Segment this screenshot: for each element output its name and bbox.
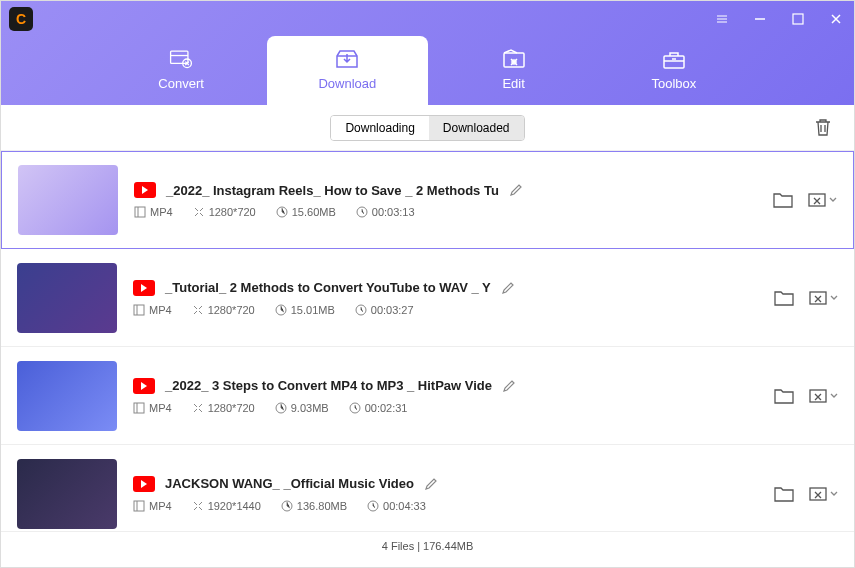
delete-button[interactable] (814, 117, 832, 137)
nav-label: Toolbox (651, 76, 696, 91)
nav-edit[interactable]: Edit (434, 36, 594, 105)
row-actions (774, 485, 838, 503)
edit-icon (501, 48, 527, 70)
video-title: _Tutorial_ 2 Methods to Convert YouTube … (165, 280, 491, 295)
size-spec: 15.60MB (276, 206, 336, 218)
svg-rect-13 (810, 292, 826, 304)
minimize-button[interactable] (750, 9, 770, 29)
video-row[interactable]: JACKSON WANG_ _Official Music Video MP4 … (1, 445, 854, 531)
close-button[interactable] (826, 9, 846, 29)
svg-rect-21 (810, 488, 826, 500)
convert-icon (168, 48, 194, 70)
edit-video-button[interactable] (808, 485, 838, 503)
open-folder-button[interactable] (774, 290, 794, 306)
video-thumbnail (17, 361, 117, 431)
video-title: _2022_ 3 Steps to Convert MP4 to MP3 _ H… (165, 378, 492, 393)
format-spec: MP4 (133, 500, 172, 512)
rename-button[interactable] (424, 477, 438, 491)
nav-download[interactable]: Download (267, 36, 427, 105)
youtube-icon (133, 378, 155, 394)
tab-downloading[interactable]: Downloading (331, 116, 428, 140)
svg-rect-9 (809, 194, 825, 206)
format-spec: MP4 (134, 206, 173, 218)
video-meta: _2022_ Instagram Reels_ How to Save _ 2 … (134, 182, 757, 218)
header: C ConvertDownloadEditToolbox (1, 1, 854, 105)
svg-rect-10 (134, 305, 144, 315)
download-icon (334, 48, 360, 70)
status-bar: 4 Files | 176.44MB (1, 531, 854, 559)
nav-label: Convert (158, 76, 204, 91)
rename-button[interactable] (501, 281, 515, 295)
svg-rect-0 (793, 14, 803, 24)
nav-label: Download (318, 76, 376, 91)
toolbox-icon (661, 48, 687, 70)
video-specs: MP4 1920*1440 136.80MB 00:04:33 (133, 500, 758, 512)
nav-convert[interactable]: Convert (101, 36, 261, 105)
row-actions (774, 387, 838, 405)
maximize-button[interactable] (788, 9, 808, 29)
video-title: _2022_ Instagram Reels_ How to Save _ 2 … (166, 183, 499, 198)
row-actions (774, 289, 838, 307)
video-title: JACKSON WANG_ _Official Music Video (165, 476, 414, 491)
app-logo: C (9, 7, 33, 31)
download-status-tabs: Downloading Downloaded (330, 115, 524, 141)
row-actions (773, 191, 837, 209)
svg-rect-5 (664, 56, 684, 68)
edit-video-button[interactable] (807, 191, 837, 209)
edit-video-button[interactable] (808, 289, 838, 307)
tab-downloaded[interactable]: Downloaded (429, 116, 524, 140)
video-specs: MP4 1280*720 9.03MB 00:02:31 (133, 402, 758, 414)
video-list: _2022_ Instagram Reels_ How to Save _ 2 … (1, 151, 854, 531)
resolution-spec: 1280*720 (193, 206, 256, 218)
video-specs: MP4 1280*720 15.60MB 00:03:13 (134, 206, 757, 218)
svg-rect-14 (134, 403, 144, 413)
resolution-spec: 1920*1440 (192, 500, 261, 512)
nav-toolbox[interactable]: Toolbox (594, 36, 754, 105)
video-thumbnail (17, 459, 117, 529)
format-spec: MP4 (133, 304, 172, 316)
svg-rect-17 (810, 390, 826, 402)
svg-rect-18 (134, 501, 144, 511)
duration-spec: 00:02:31 (349, 402, 408, 414)
window-controls (712, 9, 846, 29)
resolution-spec: 1280*720 (192, 304, 255, 316)
rename-button[interactable] (509, 183, 523, 197)
video-meta: JACKSON WANG_ _Official Music Video MP4 … (133, 476, 758, 512)
duration-spec: 00:04:33 (367, 500, 426, 512)
youtube-icon (134, 182, 156, 198)
svg-rect-6 (135, 207, 145, 217)
youtube-icon (133, 476, 155, 492)
svg-rect-1 (171, 51, 188, 63)
video-row[interactable]: _2022_ Instagram Reels_ How to Save _ 2 … (1, 151, 854, 249)
menu-button[interactable] (712, 9, 732, 29)
nav-label: Edit (502, 76, 524, 91)
video-row[interactable]: _2022_ 3 Steps to Convert MP4 to MP3 _ H… (1, 347, 854, 445)
video-row[interactable]: _Tutorial_ 2 Methods to Convert YouTube … (1, 249, 854, 347)
size-spec: 9.03MB (275, 402, 329, 414)
video-thumbnail (18, 165, 118, 235)
video-specs: MP4 1280*720 15.01MB 00:03:27 (133, 304, 758, 316)
video-meta: _2022_ 3 Steps to Convert MP4 to MP3 _ H… (133, 378, 758, 414)
video-thumbnail (17, 263, 117, 333)
youtube-icon (133, 280, 155, 296)
rename-button[interactable] (502, 379, 516, 393)
duration-spec: 00:03:13 (356, 206, 415, 218)
resolution-spec: 1280*720 (192, 402, 255, 414)
open-folder-button[interactable] (773, 192, 793, 208)
open-folder-button[interactable] (774, 486, 794, 502)
format-spec: MP4 (133, 402, 172, 414)
size-spec: 15.01MB (275, 304, 335, 316)
sub-toolbar: Downloading Downloaded (1, 105, 854, 151)
duration-spec: 00:03:27 (355, 304, 414, 316)
edit-video-button[interactable] (808, 387, 838, 405)
size-spec: 136.80MB (281, 500, 347, 512)
video-meta: _Tutorial_ 2 Methods to Convert YouTube … (133, 280, 758, 316)
open-folder-button[interactable] (774, 388, 794, 404)
